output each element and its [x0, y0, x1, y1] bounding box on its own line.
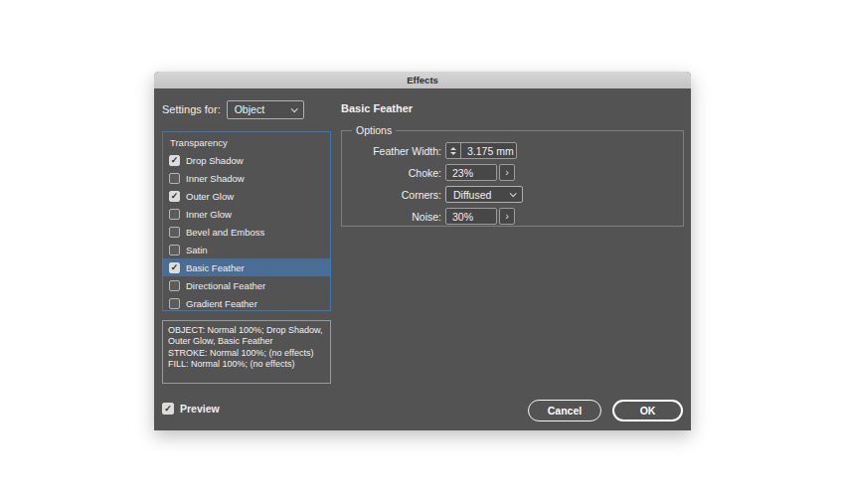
chevron-right-icon: ›: [505, 167, 509, 178]
outer-glow-checkbox[interactable]: ✓: [169, 191, 180, 202]
noise-field[interactable]: 30%: [445, 208, 497, 225]
effects-list-header: Transparency: [163, 132, 330, 151]
preview-label: Preview: [180, 403, 220, 415]
checkmark-icon: ✓: [171, 263, 179, 272]
chevron-right-icon: ›: [505, 211, 509, 222]
effect-row-inner-shadow[interactable]: ✓ Inner Shadow: [163, 169, 330, 187]
basic-feather-checkbox[interactable]: ✓: [169, 262, 180, 273]
choke-label: Choke:: [350, 167, 441, 179]
effect-row-directional-feather[interactable]: ✓ Directional Feather: [163, 276, 330, 294]
feather-width-value[interactable]: 3.175 mm: [461, 145, 520, 157]
feather-width-label: Feather Width:: [350, 145, 441, 157]
effect-row-drop-shadow[interactable]: ✓ Drop Shadow: [163, 151, 330, 169]
chevron-down-icon: [510, 190, 517, 197]
stepper-up-icon[interactable]: [450, 147, 456, 150]
chevron-down-icon: [290, 105, 297, 112]
noise-slider-popout-button[interactable]: ›: [499, 208, 515, 225]
choke-field[interactable]: 23%: [445, 164, 497, 181]
effect-row-bevel-and-emboss[interactable]: ✓ Bevel and Emboss: [163, 223, 330, 241]
settings-for-dropdown[interactable]: Object: [227, 100, 304, 119]
checkmark-icon: ✓: [171, 192, 179, 201]
checkmark-icon: ✓: [171, 156, 179, 165]
effect-row-inner-glow[interactable]: ✓ Inner Glow: [163, 205, 330, 223]
noise-value[interactable]: 30%: [446, 211, 479, 223]
options-group: Options Feather Width: 3.175 mm Choke: 2…: [341, 124, 684, 227]
inner-glow-checkbox[interactable]: ✓: [169, 209, 180, 220]
choke-slider-popout-button[interactable]: ›: [499, 164, 515, 181]
ok-button[interactable]: OK: [612, 400, 683, 421]
choke-row: Choke: 23% ›: [350, 164, 675, 181]
effect-row-label: Inner Glow: [186, 209, 232, 220]
corners-value: Diffused: [453, 189, 491, 201]
inner-shadow-checkbox[interactable]: ✓: [169, 173, 180, 184]
dialog-titlebar[interactable]: Effects: [154, 72, 691, 88]
satin-checkbox[interactable]: ✓: [169, 245, 180, 255]
effect-row-basic-feather[interactable]: ✓ Basic Feather: [163, 258, 330, 276]
effects-list: Transparency ✓ Drop Shadow ✓ Inner Shado…: [162, 131, 331, 311]
effect-row-label: Gradient Feather: [186, 298, 257, 309]
options-legend: Options: [352, 124, 396, 136]
choke-value[interactable]: 23%: [446, 167, 479, 179]
effects-dialog: Effects Settings for: Object Basic Feath…: [154, 72, 691, 430]
effect-row-label: Bevel and Emboss: [186, 227, 264, 238]
settings-for-label: Settings for:: [162, 103, 221, 115]
page-title: Basic Feather: [341, 102, 413, 114]
directional-feather-checkbox[interactable]: ✓: [169, 280, 180, 291]
effect-row-label: Basic Feather: [186, 262, 245, 273]
preview-toggle[interactable]: ✓ Preview: [162, 403, 220, 415]
settings-for-row: Settings for: Object: [162, 99, 304, 119]
effect-row-outer-glow[interactable]: ✓ Outer Glow: [163, 187, 330, 205]
effect-row-label: Directional Feather: [186, 280, 265, 291]
feather-width-field[interactable]: 3.175 mm: [445, 142, 517, 159]
summary-line-object: OBJECT: Normal 100%; Drop Shadow, Outer …: [168, 325, 325, 348]
checkmark-icon: ✓: [164, 405, 172, 414]
effect-row-label: Satin: [186, 245, 208, 255]
noise-label: Noise:: [350, 211, 441, 223]
effects-summary-box: OBJECT: Normal 100%; Drop Shadow, Outer …: [162, 320, 331, 384]
gradient-feather-checkbox[interactable]: ✓: [169, 298, 180, 309]
cancel-button[interactable]: Cancel: [528, 400, 601, 421]
corners-label: Corners:: [350, 189, 441, 201]
dialog-title: Effects: [407, 75, 438, 85]
effect-row-satin[interactable]: ✓ Satin: [163, 241, 330, 258]
stepper-down-icon[interactable]: [450, 152, 456, 155]
effect-row-label: Drop Shadow: [186, 155, 244, 166]
feather-width-row: Feather Width: 3.175 mm: [350, 142, 675, 159]
corners-dropdown[interactable]: Diffused: [445, 186, 523, 203]
effect-row-gradient-feather[interactable]: ✓ Gradient Feather: [163, 294, 330, 312]
preview-checkbox[interactable]: ✓: [162, 403, 174, 415]
effect-row-label: Inner Shadow: [186, 173, 245, 184]
noise-row: Noise: 30% ›: [350, 208, 675, 225]
summary-line-stroke: STROKE: Normal 100%; (no effects): [168, 348, 325, 359]
effect-row-label: Outer Glow: [186, 191, 234, 202]
bevel-and-emboss-checkbox[interactable]: ✓: [169, 227, 180, 238]
stepper-arrows-icon[interactable]: [446, 143, 461, 158]
summary-line-fill: FILL: Normal 100%; (no effects): [168, 359, 325, 370]
settings-for-value: Object: [235, 103, 264, 115]
corners-row: Corners: Diffused: [350, 186, 675, 203]
drop-shadow-checkbox[interactable]: ✓: [169, 155, 180, 166]
